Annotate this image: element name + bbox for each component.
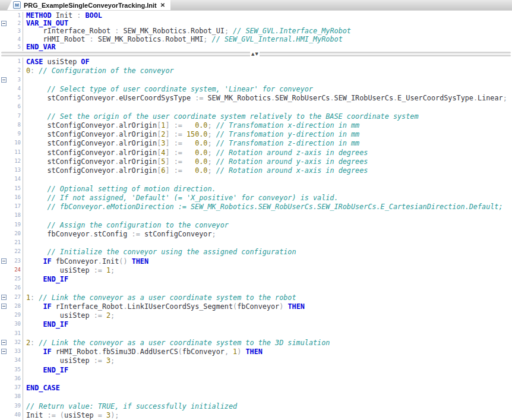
code-token: ; — [207, 130, 211, 138]
code-text[interactable]: END_CASE — [23, 384, 512, 393]
line-number: 36 — [10, 375, 23, 384]
code-text[interactable]: END_IF — [23, 275, 512, 284]
code-text[interactable]: VAR_IN_OUT — [23, 20, 512, 27]
fold-collapse-icon[interactable] — [0, 293, 10, 302]
code-text[interactable] — [23, 239, 512, 248]
code-text[interactable]: stConfigConveyor.alrOrigin[2] := 150.0; … — [23, 130, 512, 139]
code-token: ; — [115, 411, 119, 419]
code-text[interactable]: IF rInterface_Robot.LinkIUserCoordSys_Se… — [23, 302, 512, 311]
code-text[interactable]: 1: // Link the conveyor as a user coordi… — [23, 293, 512, 302]
line-number: 11 — [10, 149, 23, 157]
code-text[interactable]: usiStep := 1; — [23, 266, 512, 275]
code-text[interactable]: // Assign the configuration to the conve… — [23, 221, 512, 230]
code-token: usiStep — [48, 58, 77, 66]
code-text[interactable]: stConfigConveyor.alrOrigin[4] := 0.0; //… — [23, 149, 512, 157]
code-text[interactable] — [23, 175, 512, 184]
code-token: : — [94, 311, 98, 320]
line-number: 23 — [10, 257, 23, 266]
collapse-minus-icon[interactable] — [1, 258, 7, 264]
code-text[interactable]: // fbConveyor.eMotionDirection := SEW_MK… — [23, 203, 512, 211]
code-text[interactable]: END_IF — [23, 320, 512, 329]
code-token — [26, 266, 60, 274]
code-token — [52, 302, 56, 311]
code-text[interactable]: END_IF — [23, 366, 512, 375]
tab-active[interactable]: M PRG_ExampleSingleConveyorTracking.Init… — [7, 0, 170, 10]
code-token: 0.0 — [195, 166, 207, 175]
code-token — [212, 149, 216, 157]
code-token: : — [94, 266, 98, 274]
fold-collapse-icon[interactable] — [0, 257, 10, 266]
code-text[interactable]: usiStep := 2; — [23, 311, 512, 320]
collapse-minus-icon[interactable] — [1, 295, 7, 300]
collapse-minus-icon[interactable] — [1, 21, 7, 26]
code-token: ] — [165, 157, 169, 166]
code-token — [26, 36, 43, 43]
pane-splitter[interactable]: ▲ ▼ — [0, 51, 512, 58]
code-text[interactable]: stConfigConveyor.alrOrigin[5] := 0.0; //… — [23, 157, 512, 166]
code-token: IF — [43, 302, 51, 311]
code-text[interactable] — [23, 76, 512, 85]
code-text[interactable]: IF fbConveyor.Init() THEN — [23, 257, 512, 266]
code-text[interactable] — [23, 284, 512, 293]
code-text[interactable]: 0: // Configuration of the conveyor — [23, 67, 512, 75]
code-text[interactable]: // Optional setting of motion direction. — [23, 185, 512, 194]
fold-gutter — [0, 275, 10, 284]
code-text[interactable]: METHOD Init : BOOL — [23, 12, 512, 20]
code-text[interactable] — [23, 375, 512, 384]
code-text[interactable]: // If not assigned, 'Default' (= 'X_posi… — [23, 194, 512, 203]
code-line: 10 stConfigConveyor.alrOrigin[3] := 0.0;… — [0, 139, 512, 148]
code-text[interactable]: rInterface_Robot : SEW_MK_Robotics.Robot… — [23, 27, 512, 35]
code-text[interactable]: stConfigConveyor.alrOrigin[3] := 0.0; //… — [23, 139, 512, 148]
code-text[interactable]: fbConveyor.stConfig := stConfigConveyor; — [23, 230, 512, 239]
code-text[interactable] — [23, 211, 512, 220]
code-token: stConfigConveyor — [48, 139, 115, 147]
fold-collapse-icon[interactable] — [0, 76, 10, 85]
code-text[interactable]: // Initialize the conveyor using the ass… — [23, 248, 512, 257]
code-token — [102, 356, 106, 365]
fold-collapse-icon[interactable] — [0, 339, 10, 348]
collapse-minus-icon[interactable] — [1, 340, 7, 345]
code-token: : — [90, 36, 94, 43]
code-text[interactable]: stConfigConveyor.eUserCoordSysType := SE… — [23, 94, 512, 103]
code-text[interactable]: stConfigConveyor.alrOrigin[1] := 0.0; //… — [23, 121, 512, 130]
fold-collapse-icon[interactable] — [0, 20, 10, 27]
code-line: 38 — [0, 393, 512, 402]
code-text[interactable]: // Return value: TRUE, if successfully i… — [23, 402, 512, 411]
declaration-editor[interactable]: 1METHOD Init : BOOL2VAR_IN_OUT3 rInterfa… — [0, 11, 512, 51]
collapse-minus-icon[interactable] — [1, 304, 7, 309]
code-line: 12 stConfigConveyor.alrOrigin[5] := 0.0;… — [0, 157, 512, 166]
tab-close-icon[interactable]: ✕ — [160, 2, 166, 8]
code-text[interactable]: usiStep := 3; — [23, 356, 512, 365]
code-line: 9 stConfigConveyor.alrOrigin[2] := 150.0… — [0, 130, 512, 139]
code-token: END_VAR — [26, 43, 56, 51]
code-text[interactable]: IF rHMI_Robot.fbSimu3D.AddUserCS(fbConve… — [23, 348, 512, 356]
code-token — [212, 130, 216, 138]
implementation-editor[interactable]: 1CASE usiStep OF20: // Configuration of … — [0, 58, 512, 420]
code-text[interactable]: rHMI_Robot : SEW_MK_Robotics.Robot_HMI; … — [23, 36, 512, 43]
code-text[interactable]: Init := (usiStep = 3); — [23, 411, 512, 420]
code-text[interactable]: END_VAR — [23, 43, 512, 51]
code-text[interactable]: CASE usiStep OF — [23, 58, 512, 67]
expand-down-icon[interactable]: ▼ — [255, 51, 258, 58]
code-token: END_IF — [43, 320, 68, 329]
code-text[interactable]: stConfigConveyor.alrOrigin[6] := 0.0; //… — [23, 166, 512, 175]
code-text[interactable] — [23, 330, 512, 339]
fold-gutter — [0, 384, 10, 393]
collapse-minus-icon[interactable] — [1, 349, 7, 354]
code-text[interactable] — [23, 103, 512, 112]
code-token: fbConveyor — [182, 348, 225, 356]
fold-gutter — [0, 211, 10, 220]
fold-collapse-icon[interactable] — [0, 302, 10, 311]
expand-up-icon[interactable]: ▲ — [251, 51, 254, 58]
line-number: 3 — [10, 27, 23, 35]
code-text[interactable]: 2: // Link the conveyor as a user coordi… — [23, 339, 512, 348]
code-line: 3 — [0, 76, 512, 85]
fold-gutter — [0, 121, 10, 130]
fold-collapse-icon[interactable] — [0, 348, 10, 356]
code-text[interactable]: // Set the origin of the user coordinate… — [23, 112, 512, 121]
code-token — [26, 302, 43, 311]
splitter-handle[interactable]: ▲ ▼ — [250, 51, 260, 58]
code-text[interactable]: // Select type of user coordinate system… — [23, 85, 512, 94]
collapse-minus-icon[interactable] — [1, 77, 7, 83]
code-text[interactable] — [23, 393, 512, 402]
